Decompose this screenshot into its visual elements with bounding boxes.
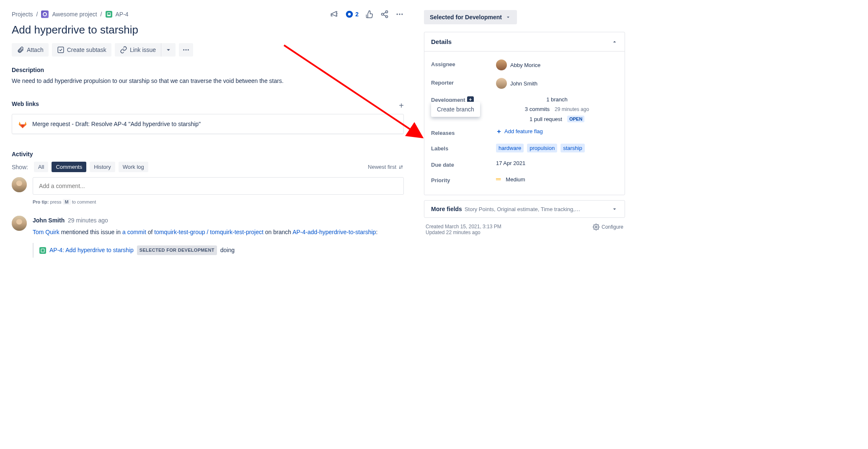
comment-input[interactable]: [33, 177, 404, 195]
more-content-actions-button[interactable]: [179, 43, 193, 57]
pro-tip: Pro tip: press M to comment: [33, 199, 404, 205]
due-date-value[interactable]: 17 Apr 2021: [496, 160, 618, 166]
vote-icon[interactable]: [365, 10, 374, 18]
issuetype-story-icon: [106, 11, 112, 18]
attach-button[interactable]: Attach: [12, 43, 49, 57]
breadcrumb-project-name[interactable]: Awesome project: [52, 11, 97, 18]
labels-label: Labels: [431, 144, 496, 152]
releases-label: Releases: [431, 128, 496, 136]
weblinks-label: Web links: [12, 101, 39, 107]
assignee-avatar: [496, 59, 507, 70]
add-weblink-button[interactable]: +: [399, 101, 404, 111]
more-fields-toggle[interactable]: More fields Story Points, Original estim…: [424, 200, 625, 218]
link-issue-button[interactable]: Link issue: [115, 43, 161, 57]
svg-point-5: [382, 13, 384, 15]
svg-point-6: [386, 15, 388, 18]
tab-all[interactable]: All: [34, 162, 48, 172]
svg-point-13: [188, 49, 189, 51]
description-label: Description: [12, 67, 404, 73]
svg-point-11: [183, 49, 184, 51]
configure-button[interactable]: Configure: [593, 224, 623, 230]
svg-rect-1: [107, 15, 111, 16]
sort-button[interactable]: Newest first: [368, 164, 404, 170]
svg-point-8: [399, 13, 400, 15]
svg-point-12: [186, 49, 187, 51]
gitlab-icon: [18, 119, 27, 129]
description-text[interactable]: We need to add hyperdrive propulsion to …: [12, 77, 404, 85]
label-chip[interactable]: hardware: [496, 144, 524, 152]
project-avatar-icon: [41, 10, 49, 18]
create-branch-popover[interactable]: Create branch: [431, 102, 480, 117]
priority-medium-icon: ═: [496, 175, 499, 183]
svg-point-4: [386, 11, 388, 13]
svg-rect-14: [41, 249, 44, 252]
svg-rect-10: [58, 47, 64, 53]
share-icon[interactable]: [380, 10, 389, 18]
weblink-title: Merge request - Draft: Resolve AP-4 "Add…: [32, 121, 201, 127]
updated-timestamp: Updated 22 minutes ago: [426, 230, 501, 235]
issuetype-story-icon: [39, 247, 46, 254]
svg-point-9: [401, 13, 403, 15]
quote-issue-link[interactable]: AP-4: Add hyperdrive to starship: [49, 245, 134, 255]
tab-history[interactable]: History: [90, 162, 115, 172]
weblink-item[interactable]: Merge request - Draft: Resolve AP-4 "Add…: [12, 114, 404, 134]
due-date-label: Due date: [431, 160, 496, 168]
gear-icon: [593, 224, 599, 230]
label-chip[interactable]: propulsion: [527, 144, 557, 152]
breadcrumb-projects[interactable]: Projects: [12, 11, 33, 18]
chevron-down-icon: [611, 206, 618, 212]
repo-link[interactable]: tomquirk-test-group / tomquirk-test-proj…: [154, 229, 264, 235]
labels-value[interactable]: hardware propulsion starship: [496, 144, 618, 152]
svg-point-16: [595, 226, 597, 228]
link-issue-dropdown[interactable]: [161, 43, 176, 57]
breadcrumb: Projects / Awesome project / AP-4: [12, 10, 129, 18]
assignee-label: Assignee: [431, 59, 496, 67]
comment-author[interactable]: John Smith: [33, 217, 65, 224]
quote-block: AP-4: Add hyperdrive to starship SELECTE…: [33, 243, 404, 258]
assignee-value[interactable]: Abby Morice: [496, 59, 618, 70]
comment-entry: John Smith 29 minutes ago Tom Quirk ment…: [12, 216, 404, 258]
current-user-avatar: [12, 177, 27, 192]
mention-user-link[interactable]: Tom Quirk: [33, 229, 59, 235]
tab-comments[interactable]: Comments: [52, 162, 86, 172]
priority-label: Priority: [431, 175, 496, 183]
chevron-up-icon: [611, 39, 618, 45]
activity-label: Activity: [12, 151, 404, 157]
give-feedback-icon[interactable]: [330, 10, 338, 18]
branch-link[interactable]: AP-4-add-hyperdrive-to-starship: [292, 229, 376, 235]
create-subtask-button[interactable]: Create subtask: [52, 43, 111, 57]
svg-point-3: [348, 13, 351, 16]
label-chip[interactable]: starship: [561, 144, 585, 152]
reporter-label: Reporter: [431, 78, 496, 86]
status-lozenge: SELECTED FOR DEVELOPMENT: [137, 245, 217, 255]
details-header[interactable]: Details: [424, 32, 625, 52]
breadcrumb-issue-key[interactable]: AP-4: [116, 11, 129, 18]
reporter-avatar: [496, 78, 507, 89]
watch-count: 2: [355, 11, 359, 18]
priority-value[interactable]: ═ Medium: [496, 175, 618, 183]
watch-button[interactable]: 2: [345, 10, 359, 18]
comment-author-avatar[interactable]: [12, 216, 27, 231]
status-dropdown[interactable]: Selected for Development: [424, 10, 517, 24]
commit-link[interactable]: a commit: [122, 229, 146, 235]
show-label: Show:: [12, 164, 28, 170]
issue-title[interactable]: Add hyperdrive to starship: [12, 23, 404, 36]
tab-worklog[interactable]: Work log: [119, 162, 148, 172]
reporter-value[interactable]: John Smith: [496, 78, 618, 89]
more-actions-icon[interactable]: [395, 10, 404, 18]
add-feature-flag-button[interactable]: Add feature flag: [496, 128, 543, 134]
comment-time: 29 minutes ago: [68, 217, 108, 224]
created-timestamp: Created March 15, 2021, 3:13 PM: [426, 224, 501, 230]
svg-point-7: [397, 13, 398, 15]
